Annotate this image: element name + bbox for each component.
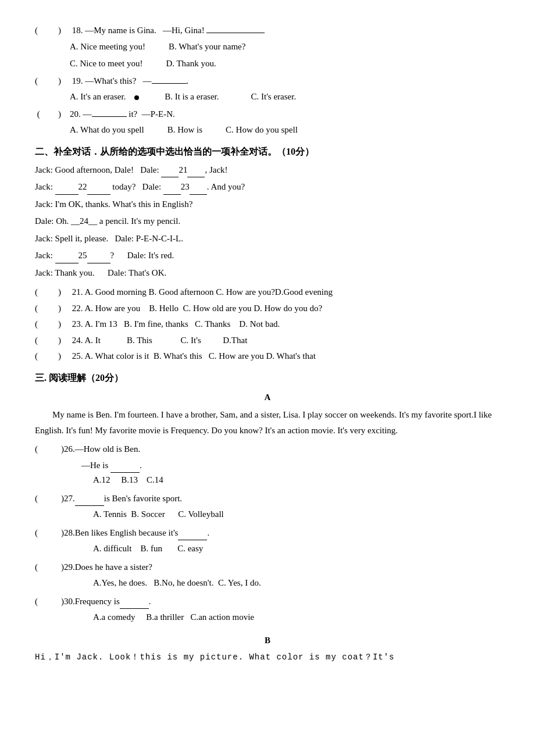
q26-block: ( )26.—How old is Ben. —He is . A.12 B.1… — [35, 442, 500, 488]
q28-stem: ( )28.Ben likes English because it's. — [35, 526, 500, 541]
q20-paren-right: ) — [58, 107, 70, 122]
dialog-jack-1: Jack: Good afternoon, Dale! Dale: 21, Ja… — [35, 165, 228, 174]
dialog-line-4: Dale: Oh. __24__ a pencil. It's my penci… — [35, 214, 500, 229]
q26-stem: ( )26.—How old is Ben. — [35, 442, 500, 457]
q20-optB: B. How is — [167, 123, 202, 138]
s2-q22: ( ) 22. A. How are you B. Hello C. How o… — [35, 301, 500, 316]
dialog-line-3: Jack: I'm OK, thanks. What's this in Eng… — [35, 197, 500, 212]
q18-optC: C. Nice to meet you! — [70, 56, 142, 72]
dialog-jack-5: Jack: Spell it, please. Dale: P-E-N-C-I-… — [35, 234, 183, 243]
q20-optC: C. How do you spell — [226, 123, 298, 138]
q19-optC: C. It's eraser. — [242, 90, 296, 105]
passage-a-text: My name is Ben. I'm fourteen. I have a b… — [35, 407, 500, 438]
q18-paren-right: ) — [58, 23, 70, 38]
q19-optB: B. It is a eraser. — [162, 90, 219, 105]
q26-sub-stem: —He is . — [81, 458, 500, 473]
question-20: ( ) 20. — it? —P-E-N. — [35, 107, 500, 122]
q19-space — [47, 74, 58, 89]
dialog-line-2: Jack: 22 today? Dale: 23. And you? — [35, 180, 500, 195]
s2-q24: ( ) 24. A. It B. This C. It's D.That — [35, 333, 500, 348]
q18-optB: B. What's your name? — [169, 40, 245, 55]
q30-block: ( )30.Frequency is. A.a comedy B.a thril… — [35, 594, 500, 625]
q28-options: A. difficult B. fun C. easy — [93, 541, 500, 557]
q30-stem: ( )30.Frequency is. — [35, 594, 500, 609]
q29-block: ( )29.Does he have a sister? A.Yes, he d… — [35, 560, 500, 591]
section2-title: 二、补全对话．从所给的选项中选出恰当的一项补全对话。（10分） — [35, 144, 500, 159]
passage-b-text: Hi，I'm Jack. Look！this is my picture. Wh… — [35, 650, 500, 665]
q20-optA: A. What do you spell — [70, 123, 144, 138]
dialog-line-7: Jack: Thank you. Dale: That's OK. — [35, 266, 500, 281]
q20-num: 20. — [70, 107, 83, 122]
s2-q23: ( ) 23. A. I'm 13 B. I'm fine, thanks C.… — [35, 317, 500, 332]
q18-optA: A. Nice meeting you! — [70, 40, 145, 55]
q27-block: ( )27.is Ben's favorite sport. A. Tennis… — [35, 491, 500, 522]
s2-options-block: ( ) 21. A. Good morning B. Good afternoo… — [35, 285, 500, 364]
q18-optD: D. Thank you. — [166, 56, 216, 72]
q28-block: ( )28.Ben likes English because it's. A.… — [35, 526, 500, 557]
q27-options: A. Tennis B. Soccer C. Volleyball — [93, 507, 500, 522]
dialog-jack-3: Jack: I'm OK, thanks. What's this in Eng… — [35, 199, 192, 209]
q20-blank — [92, 108, 127, 117]
dialog-jack-6: Jack: 25? Dale: It's red. — [35, 251, 174, 260]
dialog-dale-4: Dale: Oh. __24__ a pencil. It's my penci… — [35, 216, 180, 226]
q18-paren-left: ( — [35, 23, 47, 38]
q18-space — [47, 23, 58, 38]
s2-q21: ( ) 21. A. Good morning B. Good afternoo… — [35, 285, 500, 300]
dialog-jack-2: Jack: 22 today? Dale: 23. And you? — [35, 182, 245, 191]
q20-space — [47, 107, 58, 122]
q19-stem2: . — [187, 74, 189, 89]
q27-stem: ( )27.is Ben's favorite sport. — [35, 491, 500, 507]
q19-optA: A. It's an eraser. — [70, 90, 139, 105]
q18-blank — [206, 24, 265, 33]
q19-blank — [152, 74, 187, 84]
q18-num: 18. — [70, 23, 85, 38]
q18-options2: C. Nice to meet you! D. Thank you. — [70, 56, 500, 72]
s2-q25: ( ) 25. A. What color is it B. What's th… — [35, 349, 500, 364]
section3-title: 三. 阅读理解（20分） — [35, 370, 500, 386]
q19-paren-left: ( — [35, 74, 47, 89]
q19-stem: —What's this? — — [85, 74, 151, 89]
q26-options: A.12 B.13 C.14 — [93, 473, 500, 488]
dialog-line-5: Jack: Spell it, please. Dale: P-E-N-C-I-… — [35, 231, 500, 247]
q20-stem2: it? —P-E-N. — [127, 107, 175, 122]
q20-options: A. What do you spell B. How is C. How do… — [70, 123, 500, 138]
q19-paren-right: ) — [58, 74, 70, 89]
q20-stem1: — — [83, 107, 92, 122]
dialog-line-6: Jack: 25? Dale: It's red. — [35, 248, 500, 263]
q29-options: A.Yes, he does. B.No, he doesn't. C. Yes… — [93, 576, 500, 591]
q19-num: 19. — [70, 74, 85, 89]
dialog-line-1: Jack: Good afternoon, Dale! Dale: 21, Ja… — [35, 163, 500, 178]
q18-stem: —My name is Gina. —Hi, Gina! — [85, 23, 206, 38]
q19-options: A. It's an eraser. B. It is a eraser. C.… — [70, 90, 500, 105]
q29-stem: ( )29.Does he have a sister? — [35, 560, 500, 575]
q30-options: A.a comedy B.a thriller C.an action movi… — [93, 610, 500, 625]
q18-options: A. Nice meeting you! B. What's your name… — [70, 40, 500, 55]
q20-paren-left: ( — [35, 107, 47, 122]
passage-b-title: B — [35, 633, 500, 648]
question-19: ( ) 19. —What's this? — . — [35, 74, 500, 89]
question-18: ( ) 18. —My name is Gina. —Hi, Gina! — [35, 23, 500, 38]
dialog-jack-7: Jack: Thank you. Dale: That's OK. — [35, 268, 166, 277]
passage-a-title: A — [35, 390, 500, 405]
